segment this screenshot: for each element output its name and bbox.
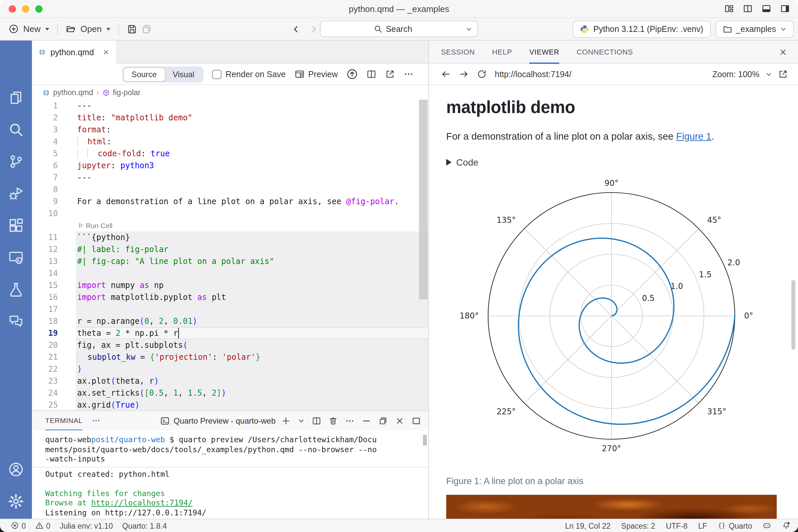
close-panel-icon[interactable] — [395, 416, 404, 425]
run-debug-icon[interactable] — [8, 186, 24, 202]
tab-python-qmd[interactable]: python.qmd — [32, 41, 117, 64]
code-line[interactable]: 11```{python} — [32, 231, 428, 243]
mode-toggle[interactable]: Source Visual — [122, 66, 204, 82]
open-button[interactable]: Open — [80, 24, 102, 34]
terminal-scrollbar[interactable] — [423, 435, 427, 445]
consoles-icon[interactable] — [8, 249, 24, 265]
nav-back-icon[interactable] — [291, 24, 301, 34]
code-line[interactable]: 9For a demonstration of a line plot on a… — [32, 195, 428, 208]
split-editor-layout-icon[interactable] — [743, 4, 753, 13]
panel-tab-connections[interactable]: CONNECTIONS — [576, 40, 633, 63]
viewer-url[interactable]: http://localhost:7194/ — [495, 70, 572, 79]
toggle-secondary-sidebar-icon[interactable] — [780, 4, 790, 13]
save-icon[interactable] — [127, 24, 137, 34]
toggle-panel-icon[interactable] — [761, 4, 772, 13]
status-item-julia-env-v1-10[interactable]: Julia env: v1.10 — [60, 522, 113, 530]
code-line[interactable]: 23ax.plot(theta, r) — [32, 375, 428, 387]
code-line[interactable]: 2title: "matplotlib demo" — [32, 112, 428, 124]
testing-icon[interactable] — [8, 281, 24, 297]
code-line[interactable]: 5 code-fold: true — [32, 148, 428, 159]
code-line[interactable]: 17 — [32, 303, 428, 315]
render-on-save-checkbox[interactable] — [212, 70, 222, 79]
editor-scrollbar[interactable] — [419, 100, 428, 299]
terminal-actions-icon[interactable] — [345, 416, 355, 425]
interpreter-button[interactable]: Python 3.12.1 (PipEnv: .venv) — [573, 20, 710, 38]
status-item-0[interactable]: 0 — [11, 522, 26, 530]
status-item-ln-19-col-22[interactable]: Ln 19, Col 22 — [565, 522, 610, 530]
status-item-quarto[interactable]: {}Quarto — [718, 522, 752, 530]
code-editor[interactable]: 1---2title: "matplotlib demo"3format:4 h… — [32, 100, 428, 410]
search-dropdown-icon[interactable] — [466, 25, 472, 32]
new-button[interactable]: New — [23, 24, 41, 34]
code-line[interactable]: 24ax.set_rticks([0.5, 1, 1.5, 2]) — [32, 387, 428, 399]
code-line[interactable]: 8 — [32, 184, 428, 195]
code-line[interactable]: 7--- — [32, 172, 428, 184]
nav-forward-icon[interactable] — [309, 24, 319, 34]
viewer-scrollbar[interactable] — [791, 280, 795, 350]
code-disclosure[interactable]: Code — [446, 157, 777, 168]
breadcrumb-file[interactable]: python.qmd — [53, 89, 93, 96]
tab-close-icon[interactable] — [102, 48, 110, 57]
viewer-refresh-icon[interactable] — [477, 69, 487, 79]
preview-button[interactable]: Preview — [308, 70, 338, 79]
restore-panel-icon[interactable] — [378, 416, 388, 425]
chat-icon[interactable] — [8, 313, 24, 329]
settings-gear-icon[interactable] — [8, 493, 24, 509]
search-icon[interactable] — [8, 122, 24, 138]
status-item-bell-dot[interactable] — [782, 522, 790, 530]
code-line[interactable]: 16import matplotlib.pyplot as plt — [32, 291, 428, 303]
split-editor-icon[interactable] — [366, 69, 376, 79]
code-line[interactable]: 13#| fig-cap: "A line plot on a polar ax… — [32, 255, 428, 267]
code-line[interactable]: 4 html: — [32, 136, 428, 148]
customize-layout-icon[interactable] — [724, 4, 734, 13]
open-external-icon[interactable] — [385, 69, 395, 79]
source-control-icon[interactable] — [8, 154, 24, 170]
panel-tab-viewer[interactable]: VIEWER — [529, 40, 559, 63]
kill-terminal-icon[interactable] — [328, 416, 338, 425]
save-all-icon[interactable] — [141, 24, 152, 34]
code-line[interactable]: 22) — [32, 363, 428, 375]
viewer-zoom-label[interactable]: Zoom: 100% — [712, 70, 759, 79]
panel-close-icon[interactable] — [779, 48, 787, 57]
source-mode-button[interactable]: Source — [124, 68, 165, 81]
code-line[interactable]: 6jupyter: python3 — [32, 159, 428, 172]
workspace-button[interactable]: _examples — [715, 20, 794, 38]
status-item-utf-8[interactable]: UTF-8 — [666, 522, 688, 530]
code-line[interactable]: 10 — [32, 208, 428, 220]
more-actions-icon[interactable] — [404, 69, 414, 79]
code-line[interactable]: 12#| label: fig-polar — [32, 243, 428, 255]
status-item-0[interactable]: 0 — [35, 522, 51, 530]
viewer-back-icon[interactable] — [441, 69, 451, 79]
open-dropdown-caret[interactable] — [107, 27, 110, 30]
account-icon[interactable] — [8, 461, 24, 477]
terminal-more-icon[interactable] — [92, 416, 101, 425]
panel-tab-help[interactable]: HELP — [492, 40, 512, 63]
split-terminal-icon[interactable] — [312, 416, 321, 425]
maximize-panel-icon[interactable] — [412, 416, 421, 425]
status-item-spaces-2[interactable]: Spaces: 2 — [621, 522, 655, 530]
status-item-copilot[interactable] — [763, 522, 771, 530]
code-line[interactable]: Run Cell — [32, 220, 428, 231]
render-document-icon[interactable] — [346, 69, 358, 80]
search-input[interactable]: Search — [320, 21, 478, 37]
viewer-open-external-icon[interactable] — [778, 69, 788, 79]
code-line[interactable]: 19theta = 2 * np.pi * r — [32, 327, 428, 339]
terminal-dropdown-icon[interactable] — [298, 417, 305, 424]
terminal-output[interactable]: quarto-webposit/quarto-web $ quarto prev… — [45, 435, 418, 517]
code-line[interactable]: 18r = np.arange(0, 2, 0.01) — [32, 315, 428, 327]
figure-link[interactable]: Figure 1 — [676, 131, 711, 141]
minimize-panel-icon[interactable] — [362, 416, 371, 425]
code-line[interactable]: 14 — [32, 267, 428, 279]
explorer-icon[interactable] — [8, 90, 24, 106]
status-item-quarto-1-8-4[interactable]: Quarto: 1.8.4 — [122, 522, 167, 530]
terminal-session-title[interactable]: Quarto Preview - quarto-web — [174, 416, 276, 425]
panel-tab-session[interactable]: SESSION — [441, 40, 475, 63]
status-item-lf[interactable]: LF — [698, 522, 707, 530]
run-cell-button[interactable]: Run Cell — [77, 220, 113, 231]
code-line[interactable]: 20fig, ax = plt.subplots( — [32, 339, 428, 351]
terminal-tab[interactable]: TERMINAL — [45, 411, 83, 430]
breadcrumb-symbol[interactable]: fig-polar — [113, 89, 141, 96]
viewer-forward-icon[interactable] — [459, 69, 469, 79]
code-line[interactable]: 21 subplot_kw = {'projection': 'polar'} — [32, 351, 428, 363]
code-line[interactable]: 25ax.grid(True) — [32, 399, 428, 410]
